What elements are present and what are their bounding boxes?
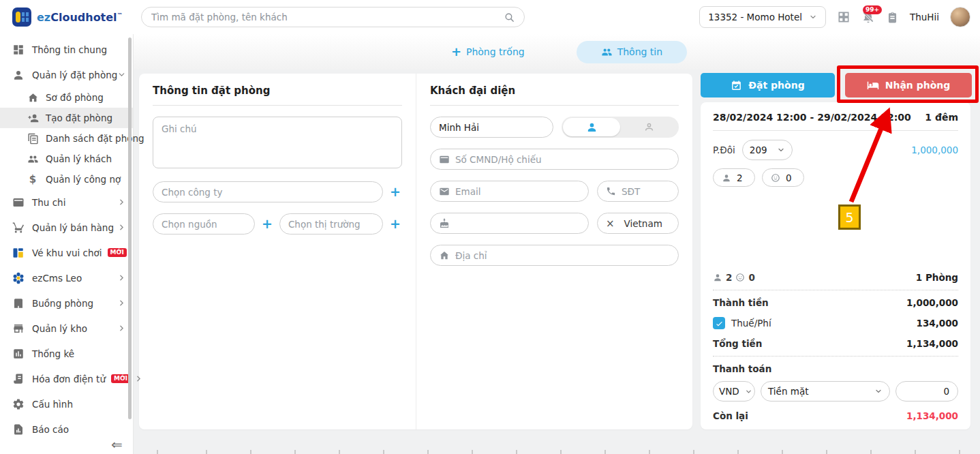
sidebar-item-cau-hinh[interactable]: Cấu hình [0, 391, 133, 417]
email-input[interactable] [455, 186, 580, 197]
country-field[interactable]: × Vietnam [597, 213, 679, 234]
sidebar-item-label: Báo cáo [32, 424, 69, 435]
booking-info-panel: Thông tin đặt phòng + + + [139, 74, 416, 429]
sidebar-item-quan-ly-ban-hang[interactable]: Quản lý bán hàng [0, 215, 133, 240]
birthday-input[interactable] [455, 218, 580, 229]
sidebar-item-quan-ly-cong-no[interactable]: $ Quản lý công nợ [0, 169, 133, 190]
market-select[interactable] [279, 213, 383, 234]
user-avatar[interactable] [950, 7, 970, 27]
sidebar-item-so-do-phong[interactable]: Sơ đồ phòng [0, 87, 133, 108]
logo-name: Cloudhotel [50, 11, 117, 24]
nights-count: 1 đêm [925, 112, 958, 123]
id-number-field[interactable] [430, 149, 679, 170]
total-value: 1,134,000 [906, 338, 958, 349]
source-input[interactable] [162, 219, 246, 230]
clear-icon[interactable]: × [606, 217, 615, 230]
add-company-button[interactable]: + [388, 185, 402, 198]
sidebar-item-thong-ke[interactable]: Thống kê [0, 341, 133, 366]
occupancy-adults: 2 [726, 272, 732, 283]
guest-type-other-option[interactable] [620, 118, 677, 136]
sidebar-item-label: Thống kê [32, 348, 74, 359]
hotel-select-value: 13352 - Momo Hotel [708, 12, 802, 22]
chevron-right-icon [117, 273, 126, 282]
building-icon [12, 297, 25, 310]
tax-value: 134,000 [917, 318, 959, 329]
tasks-clipboard-icon[interactable] [886, 11, 899, 24]
room-type-label: P.Đôi [713, 145, 735, 155]
company-input[interactable] [162, 187, 374, 198]
id-number-input[interactable] [455, 154, 670, 165]
sidebar-item-ezcms-leo[interactable]: ezCms Leo [0, 265, 133, 290]
person-icon [586, 121, 598, 133]
sidebar-item-quan-ly-khach[interactable]: Quản lý khách [0, 149, 133, 169]
room-number-select[interactable]: 209 [742, 140, 793, 160]
tax-label: Thuế/Phí [731, 318, 771, 329]
adults-count-value: 2 [737, 172, 743, 183]
sidebar-item-quan-ly-dat-phong[interactable]: Quản lý đặt phòng [0, 62, 133, 87]
phone-field[interactable] [597, 181, 679, 202]
note-textarea[interactable] [153, 117, 402, 168]
apps-grid-icon[interactable] [837, 10, 851, 24]
sidebar-item-quan-ly-kho[interactable]: Quản lý kho [0, 316, 133, 341]
search-input[interactable] [142, 12, 504, 22]
paid-amount-input[interactable] [895, 381, 958, 402]
chevron-right-icon [134, 374, 143, 383]
guest-name-field[interactable] [430, 117, 553, 138]
guest-type-adult-option[interactable] [563, 118, 620, 136]
booking-tabs: + Phòng trống Thông tin [134, 34, 980, 70]
home-icon [27, 91, 39, 104]
sidebar-item-danh-sach-dat-phong[interactable]: Danh sách đặt phòng [0, 128, 133, 149]
address-field[interactable] [430, 245, 679, 266]
market-input[interactable] [288, 219, 374, 230]
address-input[interactable] [455, 250, 670, 261]
phone-input[interactable] [622, 186, 670, 197]
birthday-field[interactable] [430, 213, 589, 234]
currency-select[interactable]: VND [713, 381, 755, 402]
sidebar-item-tao-dat-phong[interactable]: Tạo đặt phòng [0, 108, 133, 128]
calendar-check-icon [731, 80, 742, 91]
sidebar-item-ve-khu-vui-choi[interactable]: Vé khu vui chơi MỚI [0, 240, 133, 265]
people-icon [601, 46, 613, 58]
guest-name-input[interactable] [439, 122, 545, 133]
subtotal-label: Thành tiền [713, 297, 769, 308]
check-in-button[interactable]: Nhận phòng [845, 73, 972, 97]
book-room-button[interactable]: Đặt phòng [701, 73, 835, 97]
ezcloudhotel-app: ezCloudhotel™ 13352 - Momo Hotel 99+ [0, 0, 980, 454]
sidebar-item-buong-phong[interactable]: Buồng phòng [0, 290, 133, 316]
app-logo[interactable]: ezCloudhotel™ [0, 7, 134, 27]
payment-method-select[interactable]: Tiền mặt [761, 381, 890, 402]
notifications-muted-icon[interactable]: 99+ [861, 10, 875, 24]
search-icon[interactable] [504, 12, 524, 23]
sidebar-item-hoa-don-dien-tu[interactable]: Hóa đơn điện tử MỚI [0, 366, 133, 391]
tab-thong-tin[interactable]: Thông tin [577, 41, 687, 63]
chevron-right-icon [117, 223, 126, 232]
sidebar-scrollbar[interactable] [128, 37, 132, 419]
adults-count-field[interactable]: 2 [713, 168, 755, 187]
guest-type-toggle [562, 117, 679, 138]
report-icon [12, 423, 25, 436]
room-price: 1,000,000 [911, 145, 958, 155]
company-select[interactable] [153, 181, 383, 202]
sidebar-item-label: Quản lý kho [32, 323, 87, 334]
tax-checkbox[interactable] [713, 317, 725, 329]
children-count-field[interactable]: 0 [762, 168, 804, 187]
logo-text: ezCloudhotel™ [37, 11, 123, 24]
currency-value: VND [719, 386, 739, 397]
sidebar-item-label: Hóa đơn điện tử [32, 374, 106, 384]
chart-icon [12, 347, 25, 361]
email-field[interactable] [430, 181, 589, 202]
person-outline-icon [643, 121, 655, 133]
sidebar-item-thu-chi[interactable]: Thu chi [0, 190, 133, 215]
tab-phong-trong[interactable]: + Phòng trống [427, 40, 549, 63]
list-icon [27, 132, 39, 145]
home-icon [439, 250, 450, 261]
payment-method-value: Tiền mặt [768, 386, 808, 397]
add-market-button[interactable]: + [388, 217, 402, 230]
add-source-button[interactable]: + [260, 217, 274, 230]
sidebar-item-label: Thông tin chung [32, 44, 107, 55]
sidebar-item-thong-tin-chung[interactable]: Thông tin chung [0, 37, 133, 62]
hotel-select[interactable]: 13352 - Momo Hotel [699, 6, 826, 28]
source-select[interactable] [153, 213, 255, 234]
sidebar-collapse-button[interactable]: ⇐ [111, 436, 123, 453]
logo-trademark: ™ [117, 12, 123, 18]
